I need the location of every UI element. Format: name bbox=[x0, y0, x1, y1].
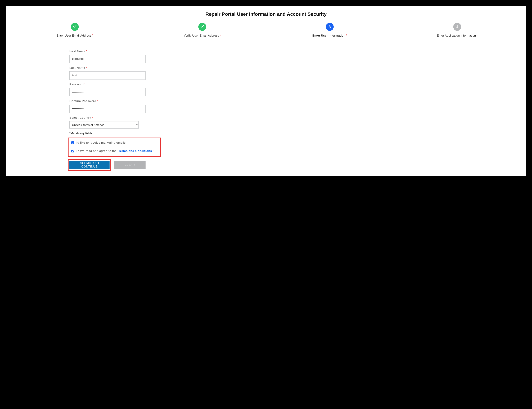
step-3-label: Enter User Information* bbox=[266, 34, 394, 37]
marketing-emails-row: I'd like to receive marketing emails bbox=[71, 141, 158, 145]
step-connector-2 bbox=[195, 27, 332, 27]
step-2-circle bbox=[198, 23, 206, 31]
confirm-password-label: Confirm Password* bbox=[69, 99, 145, 103]
confirm-password-field-group: Confirm Password* bbox=[69, 99, 145, 113]
submit-and-continue-button[interactable]: SUBMIT AND CONTINUE bbox=[69, 161, 109, 169]
first-name-label: First Name* bbox=[69, 50, 145, 53]
clear-button[interactable]: CLEAR bbox=[114, 161, 145, 169]
country-select[interactable]: United States of America bbox=[69, 121, 139, 129]
last-name-input[interactable] bbox=[69, 71, 145, 80]
step-2: Verify User Email Address* bbox=[139, 23, 266, 37]
submit-highlight-box: SUBMIT AND CONTINUE bbox=[68, 159, 111, 171]
password-label: Password* bbox=[69, 83, 145, 86]
step-4-label: Enter Application Information* bbox=[394, 34, 521, 37]
step-connector-3 bbox=[332, 27, 470, 27]
marketing-emails-label: I'd like to receive marketing emails bbox=[76, 141, 126, 144]
first-name-input[interactable] bbox=[69, 55, 145, 63]
registration-page: Repair Portal User Information and Accou… bbox=[6, 6, 526, 176]
checkmark-icon bbox=[200, 24, 204, 29]
country-field-group: Select Country* United States of America bbox=[69, 116, 139, 129]
password-input[interactable] bbox=[69, 88, 145, 96]
step-1: Enter User Email Address* bbox=[11, 23, 139, 37]
consent-highlight-box: I'd like to receive marketing emails I h… bbox=[68, 138, 161, 157]
step-3-number: 3 bbox=[329, 25, 331, 29]
step-1-circle bbox=[71, 23, 79, 31]
last-name-label: Last Name* bbox=[69, 66, 145, 70]
progress-stepper: Enter User Email Address* Verify User Em… bbox=[11, 23, 521, 37]
confirm-password-input[interactable] bbox=[69, 105, 145, 113]
last-name-field-group: Last Name* bbox=[69, 66, 145, 80]
terms-row: I have read and agree to the Terms and C… bbox=[71, 149, 158, 153]
step-4: 4 Enter Application Information* bbox=[394, 23, 521, 37]
user-info-form: First Name* Last Name* Password* Confirm… bbox=[69, 50, 145, 171]
country-label: Select Country* bbox=[69, 116, 139, 120]
marketing-emails-checkbox[interactable] bbox=[71, 141, 74, 144]
step-4-circle: 4 bbox=[453, 23, 461, 31]
terms-and-conditions-link[interactable]: Terms and Conditions bbox=[118, 149, 152, 153]
step-1-label: Enter User Email Address* bbox=[11, 34, 139, 37]
form-button-row: SUBMIT AND CONTINUE CLEAR bbox=[69, 159, 145, 171]
terms-checkbox[interactable] bbox=[71, 150, 74, 152]
terms-required-star: * bbox=[153, 149, 154, 153]
terms-prefix-label: I have read and agree to the bbox=[76, 149, 117, 153]
page-title: Repair Portal User Information and Accou… bbox=[9, 11, 523, 17]
password-field-group: Password* bbox=[69, 83, 145, 96]
checkmark-icon bbox=[73, 24, 77, 29]
step-2-label: Verify User Email Address* bbox=[139, 34, 266, 37]
first-name-field-group: First Name* bbox=[69, 50, 145, 63]
step-3-circle: 3 bbox=[326, 23, 334, 31]
step-3: 3 Enter User Information* bbox=[266, 23, 394, 37]
mandatory-fields-note: *Mandatory fields bbox=[69, 132, 145, 135]
step-4-number: 4 bbox=[456, 25, 458, 29]
